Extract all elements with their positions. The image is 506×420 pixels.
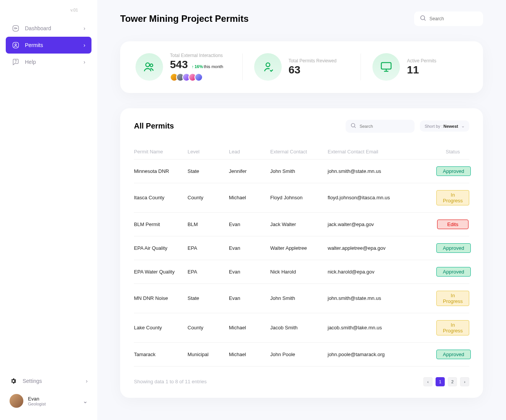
stat-content: Active Permits 11 — [407, 58, 436, 76]
svg-point-10 — [351, 123, 355, 127]
status-badge: In Progress — [436, 320, 469, 335]
trend-percent: 16% — [194, 64, 203, 69]
cell-contact: Jacob Smith — [270, 325, 328, 330]
search-input[interactable] — [429, 16, 487, 21]
sidebar-item-help[interactable]: Help › — [6, 54, 91, 70]
cell-contact: John Poole — [270, 352, 328, 357]
user-name: Evan — [28, 396, 83, 402]
svg-point-6 — [146, 63, 150, 67]
page-prev[interactable]: ‹ — [423, 377, 433, 386]
table-row[interactable]: Lake CountyCountyMichaelJacob Smithjacob… — [134, 313, 469, 343]
table-row[interactable]: EPA Water QualityEPAEvanNick Haroldnick.… — [134, 260, 469, 284]
svg-point-7 — [150, 64, 153, 67]
search-box[interactable] — [414, 11, 483, 26]
cell-email: john.smith@state.mn.us — [328, 168, 397, 174]
cell-lead: Evan — [229, 295, 270, 301]
cell-lead: Michael — [229, 352, 270, 357]
page-next[interactable]: › — [460, 377, 469, 386]
chevron-right-icon: › — [83, 42, 85, 48]
stats-card: Total External Interactions 543 ↑ 16% th… — [120, 41, 483, 93]
users-icon — [135, 53, 163, 81]
table-search-box[interactable] — [346, 120, 415, 133]
avatar — [194, 73, 203, 81]
page-2[interactable]: 2 — [448, 377, 457, 386]
table-title: All Permits — [134, 122, 174, 130]
cell-email: floyd.johnson@itasca.mn.us — [328, 195, 397, 200]
cell-lead: Evan — [229, 245, 270, 251]
user-role: Geologist — [28, 402, 83, 406]
cell-level: Municipal — [188, 352, 229, 357]
status-badge: In Progress — [436, 190, 469, 205]
chevron-down-icon: ⌄ — [461, 124, 465, 129]
chevron-right-icon: › — [86, 378, 88, 384]
avatar — [10, 394, 23, 408]
table-row[interactable]: EPA Air QualityEPAEvanWalter Appletreewa… — [134, 236, 469, 260]
cell-level: EPA — [188, 245, 229, 251]
user-icon — [12, 41, 20, 49]
cell-level: State — [188, 168, 229, 174]
status-badge: Approved — [436, 267, 471, 277]
user-menu[interactable]: Evan Geologist ⌄ — [6, 389, 91, 412]
user-info: Evan Geologist — [28, 396, 83, 406]
sort-dropdown[interactable]: Short by : Newest ⌄ — [420, 120, 469, 132]
cell-email: john.poole@tamarack.org — [328, 352, 397, 357]
table-row[interactable]: TamarackMunicipalMichaelJohn Poolejohn.p… — [134, 343, 469, 366]
stat-interactions: Total External Interactions 543 ↑ 16% th… — [135, 53, 231, 81]
page-1[interactable]: 1 — [436, 377, 445, 386]
sidebar-item-dashboard[interactable]: Dashboard › — [6, 20, 91, 37]
cell-level: EPA — [188, 269, 229, 275]
sidebar-item-label: Help — [25, 59, 83, 65]
stat-label: Total Permits Reviewed — [289, 58, 336, 63]
cell-lead: Michael — [229, 195, 270, 200]
settings-button[interactable]: Settings › — [6, 373, 91, 389]
divider — [361, 54, 361, 80]
table-row[interactable]: Minnesota DNRStateJenniferJohn Smithjohn… — [134, 160, 469, 183]
cell-email: jacob.smith@lake.mn.us — [328, 325, 397, 330]
table-card: All Permits Short by : Newest ⌄ Permit N… — [120, 108, 483, 398]
col-level: Level — [188, 149, 229, 155]
permits-table: Permit Name Level Lead External Contact … — [134, 144, 469, 366]
cell-name: EPA Water Quality — [134, 269, 188, 275]
cell-name: Lake County — [134, 325, 188, 330]
page-title: Tower Mining Project Permits — [120, 13, 249, 24]
cell-level: County — [188, 325, 229, 330]
table-row[interactable]: BLM PermitBLMEvanJack Walterjack.walter@… — [134, 213, 469, 236]
cell-contact: Walter Appletree — [270, 245, 328, 251]
version-label: v.01 — [0, 8, 97, 20]
table-header-row: Permit Name Level Lead External Contact … — [134, 144, 469, 160]
svg-point-5 — [421, 16, 425, 20]
svg-point-8 — [266, 63, 270, 67]
cell-name: Tamarack — [134, 352, 188, 357]
trend-label: this month — [204, 64, 223, 69]
cell-contact: Floyd Johnson — [270, 195, 328, 200]
col-lead: Lead — [229, 149, 270, 155]
sort-value: Newest — [443, 124, 458, 129]
cell-contact: Nick Harold — [270, 269, 328, 275]
stat-content: Total External Interactions 543 ↑ 16% th… — [170, 53, 223, 81]
sidebar: v.01 Dashboard › Permits › Help › — [0, 0, 97, 420]
cell-status: Edits — [436, 220, 469, 229]
arrow-up-icon: ↑ — [192, 64, 194, 69]
cell-email: nick.harold@epa.gov — [328, 269, 397, 275]
svg-point-4 — [16, 62, 16, 63]
table-row[interactable]: Itasca CountyCountyMichaelFloyd Johnsonf… — [134, 183, 469, 213]
table-footer: Showing data 1 to 8 of 11 entries ‹ 12 › — [134, 377, 469, 386]
col-contact: External Contact — [270, 149, 328, 155]
table-row[interactable]: MN DNR NoiseStateEvanJohn Smithjohn.smit… — [134, 284, 469, 313]
main: Tower Mining Project Permits Total Exter… — [97, 0, 506, 420]
svg-rect-9 — [382, 63, 392, 69]
top-row: Tower Mining Project Permits — [120, 11, 483, 26]
chevron-right-icon: › — [83, 59, 85, 65]
cell-name: Itasca County — [134, 195, 188, 200]
sidebar-item-permits[interactable]: Permits › — [6, 37, 91, 54]
table-controls: Short by : Newest ⌄ — [346, 120, 469, 133]
cell-level: State — [188, 295, 229, 301]
status-badge: Approved — [436, 350, 471, 359]
status-badge: In Progress — [436, 291, 469, 306]
cell-status: Approved — [436, 350, 469, 359]
cell-status: In Progress — [436, 190, 469, 205]
monitor-icon — [372, 53, 400, 81]
table-search-input[interactable] — [359, 124, 412, 129]
cell-name: MN DNR Noise — [134, 295, 188, 301]
cell-status: Approved — [436, 243, 469, 253]
